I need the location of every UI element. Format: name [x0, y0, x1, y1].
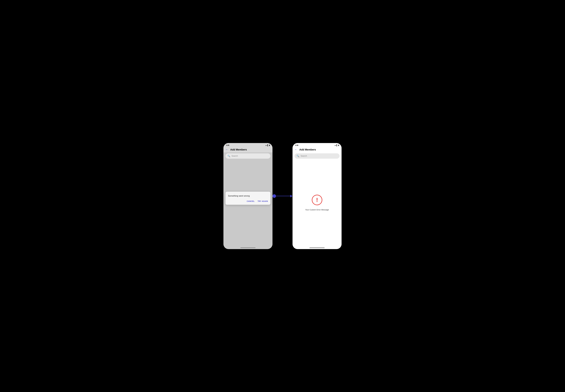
arrow-shaft — [276, 196, 290, 196]
left-phone: 3:05 ▲ ▌ ▮ ← Add Members 🔍 Search Someth… — [224, 143, 272, 249]
cancel-button[interactable]: CANCEL — [247, 200, 254, 203]
right-battery-icon: ▮ — [338, 144, 339, 146]
left-status-icons: ▲ ▌ ▮ — [265, 144, 270, 146]
right-search-bar[interactable]: 🔍 Search — [295, 153, 339, 159]
svg-text:!: ! — [316, 197, 318, 203]
arrow-dot — [272, 194, 276, 198]
try-again-button[interactable]: Try again — [258, 200, 268, 203]
left-home-indicator — [240, 247, 255, 248]
error-icon: ! — [311, 194, 323, 206]
left-signal-icon: ▌ — [268, 144, 268, 146]
left-search-icon: 🔍 — [227, 155, 230, 157]
transition-arrow — [272, 194, 293, 198]
right-content-area: ! Your Custom Error Message — [293, 160, 341, 246]
right-back-button[interactable]: ← — [295, 148, 297, 151]
right-phone: 3:06 ▲ ▌ ▮ ← Add Members 🔍 Search ! — [293, 143, 341, 249]
left-time: 3:05 — [226, 144, 229, 146]
right-status-icons: ▲ ▌ ▮ — [334, 144, 339, 146]
arrow-head — [290, 195, 293, 197]
right-app-header: ← Add Members — [293, 147, 341, 152]
left-search-placeholder: Search — [231, 155, 238, 157]
right-signal-icon: ▌ — [337, 144, 338, 146]
left-search-bar[interactable]: 🔍 Search — [226, 153, 270, 159]
right-status-bar: 3:06 ▲ ▌ ▮ — [293, 143, 341, 147]
right-search-icon: 🔍 — [297, 155, 299, 157]
left-content-area: Something went wrong CANCEL Try again — [224, 160, 272, 246]
left-battery-icon: ▮ — [269, 144, 270, 146]
right-wifi-icon: ▲ — [334, 144, 336, 146]
left-wifi-icon: ▲ — [265, 144, 267, 146]
arrow-line — [272, 194, 293, 198]
left-back-button[interactable]: ← — [226, 148, 228, 151]
left-page-title: Add Members — [230, 148, 247, 151]
right-home-indicator — [310, 247, 325, 248]
right-page-title: Add Members — [299, 148, 316, 151]
scene: 3:05 ▲ ▌ ▮ ← Add Members 🔍 Search Someth… — [200, 140, 365, 252]
right-search-placeholder: Search — [301, 155, 307, 157]
left-app-header: ← Add Members — [224, 147, 272, 152]
left-status-bar: 3:05 ▲ ▌ ▮ — [224, 143, 272, 147]
dialog-actions: CANCEL Try again — [228, 200, 268, 203]
right-time: 3:06 — [295, 144, 298, 146]
error-dialog: Something went wrong CANCEL Try again — [226, 192, 270, 205]
error-icon-container: ! — [311, 194, 323, 206]
error-message: Your Custom Error Message — [305, 209, 329, 211]
dialog-title: Something went wrong — [228, 195, 268, 197]
